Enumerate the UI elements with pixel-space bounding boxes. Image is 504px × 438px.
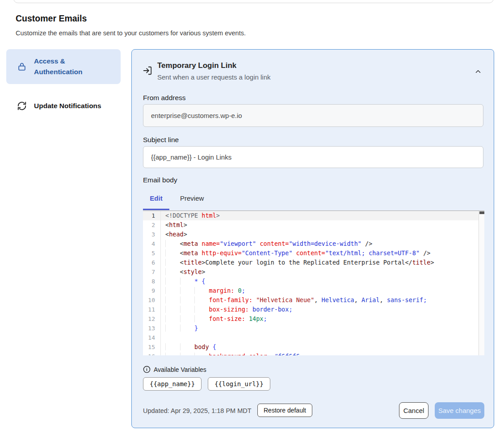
save-changes-button[interactable]: Save changes — [435, 402, 484, 419]
variable-chips: {{app_name}} {{login_url}} — [143, 377, 270, 391]
sidebar-item-label: Update Notifications — [34, 101, 105, 111]
subject-line-input[interactable] — [143, 146, 483, 168]
code-line: 13 } — [143, 324, 479, 333]
sidebar-item-access-authentication[interactable]: Access & Authentication — [6, 49, 121, 84]
code-line: 12 font-size: 14px; — [143, 314, 479, 324]
from-address-label: From address — [143, 94, 186, 102]
panel-subtitle: Sent when a user requests a login link — [157, 73, 270, 81]
code-lines: 1<!DOCTYPE html>2<html>3<head>4 <meta na… — [143, 211, 484, 355]
panel-title: Temporary Login Link — [157, 61, 236, 70]
code-line: 11 box-sizing: border-box; — [143, 305, 479, 314]
settings-sidebar: Access & Authentication Update Notificat… — [6, 49, 121, 120]
chevron-up-icon — [474, 67, 484, 76]
gutter-divider — [160, 211, 161, 355]
subject-line-label: Subject line — [143, 136, 179, 144]
page-subtitle: Customize the emails that are sent to yo… — [16, 29, 246, 37]
code-line: 10 font-family: "Helvetica Neue", Helvet… — [143, 295, 479, 305]
cancel-button[interactable]: Cancel — [399, 402, 428, 419]
sidebar-item-label: Access & Authentication — [34, 56, 105, 77]
variable-chip-login-url[interactable]: {{login_url}} — [208, 377, 270, 391]
code-line: 16 background-color: #f6f6f6; — [143, 352, 479, 355]
editor-tabs: Edit Preview — [143, 194, 204, 202]
updated-timestamp: Updated: Apr 29, 2025, 1:18 PM MDT — [143, 407, 252, 414]
code-line: 8 * { — [143, 277, 479, 286]
restore-default-button[interactable]: Restore default — [257, 404, 312, 417]
tab-preview[interactable]: Preview — [180, 194, 204, 202]
collapse-panel-button[interactable] — [474, 67, 484, 76]
page-title: Customer Emails — [16, 13, 87, 24]
active-tab-indicator — [143, 209, 169, 210]
code-line: 5 <meta http-equiv="Content-Type" conten… — [143, 248, 479, 258]
email-body-label: Email body — [143, 176, 177, 184]
code-line: 7 <style> — [143, 267, 479, 277]
code-line: 9 margin: 0; — [143, 286, 479, 295]
code-line: 3<head> — [143, 230, 479, 239]
variable-chip-app-name[interactable]: {{app_name}} — [143, 377, 202, 391]
tab-edit[interactable]: Edit — [143, 194, 169, 202]
log-in-icon — [143, 66, 152, 76]
from-address-input[interactable] — [143, 104, 483, 127]
available-variables-label: Available Variables — [154, 366, 206, 373]
email-body-code-editor[interactable]: 1<!DOCTYPE html>2<html>3<head>4 <meta na… — [143, 211, 484, 355]
code-line: 14 — [143, 333, 479, 342]
lock-icon — [17, 62, 27, 72]
previous-card-bottom-edge — [13, 0, 494, 3]
code-line: 2<html> — [143, 220, 479, 230]
temporary-login-link-panel: Temporary Login Link Sent when a user re… — [131, 49, 494, 428]
editor-scrollbar[interactable] — [479, 211, 484, 355]
info-icon — [143, 366, 151, 373]
refresh-icon — [17, 101, 27, 111]
code-line: 6 <title>Complete your login to the Repl… — [143, 258, 479, 267]
available-variables-row: Available Variables — [143, 366, 206, 373]
code-line: 15 body { — [143, 342, 479, 352]
scrollbar-thumb[interactable] — [479, 211, 484, 214]
code-line: 1<!DOCTYPE html> — [143, 211, 479, 220]
code-line: 4 <meta name="viewport" content="width=d… — [143, 239, 479, 248]
sidebar-item-update-notifications[interactable]: Update Notifications — [6, 92, 121, 120]
